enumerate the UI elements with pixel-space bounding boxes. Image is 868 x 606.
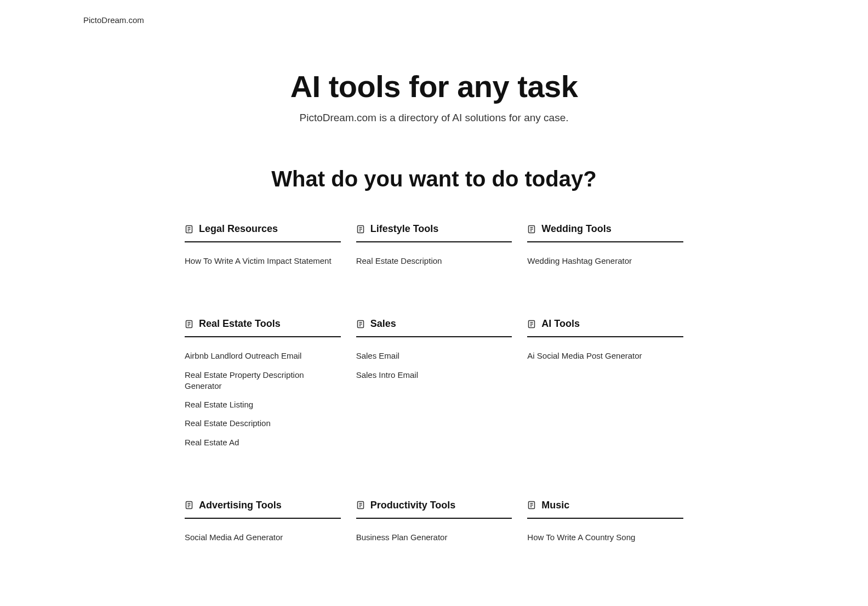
category-header: Productivity Tools: [356, 500, 512, 519]
list-item[interactable]: Business Plan Generator: [356, 530, 512, 545]
document-icon: [527, 225, 536, 234]
category-header: Sales: [356, 318, 512, 337]
category-header: Real Estate Tools: [185, 318, 341, 337]
category-header: Advertising Tools: [185, 500, 341, 519]
list-item[interactable]: Real Estate Ad: [185, 435, 341, 450]
brand-logo[interactable]: PictoDream.com: [0, 0, 868, 25]
list-item[interactable]: Real Estate Property Description Generat…: [185, 367, 341, 394]
list-item[interactable]: Real Estate Description: [356, 253, 512, 269]
category-grid: Legal ResourcesHow To Write A Victim Imp…: [185, 223, 683, 545]
category-card: Lifestyle ToolsReal Estate Description: [356, 223, 512, 269]
document-icon: [356, 225, 365, 234]
list-item[interactable]: Sales Email: [356, 348, 512, 364]
category-links: Sales EmailSales Intro Email: [356, 348, 512, 383]
list-item[interactable]: Wedding Hashtag Generator: [527, 253, 683, 269]
category-card: SalesSales EmailSales Intro Email: [356, 318, 512, 450]
document-icon: [356, 320, 365, 329]
page-title: AI tools for any task: [105, 69, 763, 104]
list-item[interactable]: Social Media Ad Generator: [185, 530, 341, 545]
category-header: Wedding Tools: [527, 223, 683, 242]
category-links: How To Write A Country Song: [527, 530, 683, 545]
category-links: Airbnb Landlord Outreach EmailReal Estat…: [185, 348, 341, 450]
category-header: Legal Resources: [185, 223, 341, 242]
list-item[interactable]: Airbnb Landlord Outreach Email: [185, 348, 341, 364]
list-item[interactable]: Real Estate Description: [185, 416, 341, 431]
category-links: How To Write A Victim Impact Statement: [185, 253, 341, 269]
category-title: Real Estate Tools: [199, 318, 281, 330]
category-card: Legal ResourcesHow To Write A Victim Imp…: [185, 223, 341, 269]
document-icon: [527, 320, 536, 329]
category-card: MusicHow To Write A Country Song: [527, 500, 683, 545]
category-links: Social Media Ad Generator: [185, 530, 341, 545]
document-icon: [185, 225, 193, 234]
category-title: Wedding Tools: [541, 223, 611, 235]
list-item[interactable]: Sales Intro Email: [356, 367, 512, 383]
category-title: Advertising Tools: [199, 500, 282, 511]
category-header: Music: [527, 500, 683, 519]
category-card: Wedding ToolsWedding Hashtag Generator: [527, 223, 683, 269]
document-icon: [185, 320, 193, 329]
category-card: AI ToolsAi Social Media Post Generator: [527, 318, 683, 450]
document-icon: [356, 501, 365, 509]
section-heading: What do you want to do today?: [105, 167, 763, 191]
category-title: Sales: [370, 318, 396, 330]
category-title: Productivity Tools: [370, 500, 456, 511]
category-links: Wedding Hashtag Generator: [527, 253, 683, 269]
category-header: AI Tools: [527, 318, 683, 337]
list-item[interactable]: How To Write A Country Song: [527, 530, 683, 545]
category-card: Real Estate ToolsAirbnb Landlord Outreac…: [185, 318, 341, 450]
category-title: Music: [541, 500, 569, 511]
category-header: Lifestyle Tools: [356, 223, 512, 242]
document-icon: [185, 501, 193, 509]
list-item[interactable]: Real Estate Listing: [185, 397, 341, 412]
category-title: Lifestyle Tools: [370, 223, 439, 235]
category-links: Real Estate Description: [356, 253, 512, 269]
category-title: Legal Resources: [199, 223, 278, 235]
page-subtitle: PictoDream.com is a directory of AI solu…: [105, 112, 763, 124]
category-links: Ai Social Media Post Generator: [527, 348, 683, 364]
list-item[interactable]: How To Write A Victim Impact Statement: [185, 253, 341, 269]
document-icon: [527, 501, 536, 509]
category-card: Advertising ToolsSocial Media Ad Generat…: [185, 500, 341, 545]
list-item[interactable]: Ai Social Media Post Generator: [527, 348, 683, 364]
category-title: AI Tools: [541, 318, 580, 330]
category-card: Productivity ToolsBusiness Plan Generato…: [356, 500, 512, 545]
category-links: Business Plan Generator: [356, 530, 512, 545]
